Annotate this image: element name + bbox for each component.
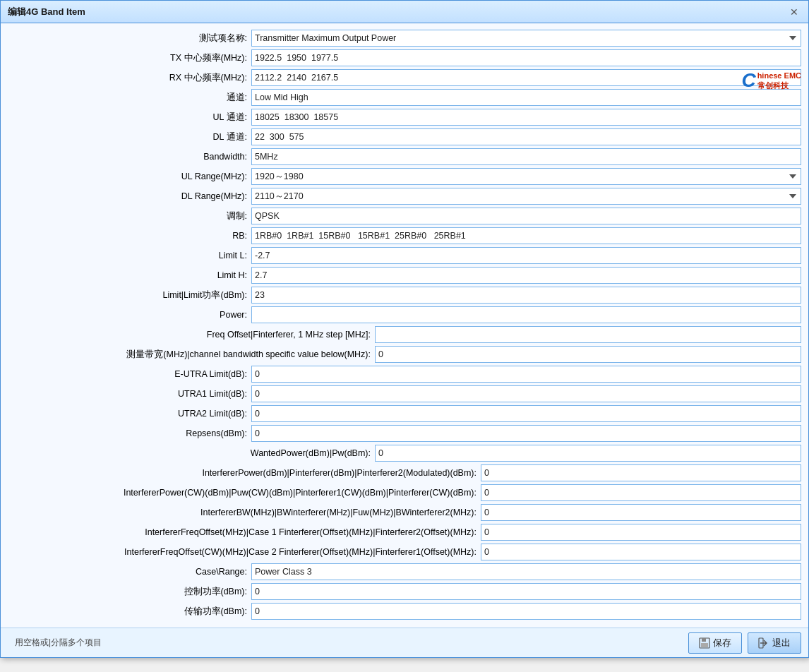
repsens-input[interactable] bbox=[251, 425, 801, 442]
dl-channel-label: DL 通道: bbox=[1, 131, 251, 143]
row-bandwidth: Bandwidth: bbox=[1, 148, 808, 166]
interferer-power-input[interactable] bbox=[481, 464, 801, 481]
transfer-power-input[interactable] bbox=[251, 603, 801, 620]
power-input[interactable] bbox=[251, 306, 801, 323]
interferer-power-field-cell bbox=[481, 464, 808, 481]
row-limit-power: Limit|Limit功率(dBm): bbox=[1, 286, 808, 304]
rx-freq-input[interactable] bbox=[251, 69, 801, 86]
row-repsens: Repsens(dBm): bbox=[1, 424, 808, 443]
interferer-freq-offset-cw-label: InterfererFreqOffset(CW)(MHz)|Case 2 Fin… bbox=[1, 547, 481, 557]
row-modulation: 调制: bbox=[1, 207, 808, 225]
utra2-limit-input[interactable] bbox=[251, 405, 801, 422]
transfer-power-field-cell bbox=[251, 603, 808, 620]
limit-h-field-cell bbox=[251, 267, 808, 284]
interferer-power-cw-input[interactable] bbox=[481, 484, 801, 501]
interferer-bw-input[interactable] bbox=[481, 504, 801, 521]
logo-c-letter: C bbox=[741, 69, 755, 92]
svg-rect-1 bbox=[702, 638, 706, 642]
row-interferer-power-cw: InterfererPower(CW)(dBm)|Puw(CW)(dBm)|Pi… bbox=[1, 484, 808, 502]
dl-channel-field-cell bbox=[251, 128, 808, 145]
row-limit-h: Limit H: bbox=[1, 266, 808, 284]
utra2-limit-field-cell bbox=[251, 405, 808, 422]
utra2-limit-label: UTRA2 Limit(dB): bbox=[1, 409, 251, 419]
limit-l-field-cell bbox=[251, 247, 808, 264]
form-area: 测试项名称: Transmitter Maximum Output Power … bbox=[1, 23, 808, 628]
exit-button[interactable]: 退出 bbox=[748, 632, 801, 654]
limit-l-label: Limit L: bbox=[1, 251, 251, 260]
modulation-field-cell bbox=[251, 208, 808, 224]
ul-channel-label: UL 通道: bbox=[1, 112, 251, 124]
test-name-select[interactable]: Transmitter Maximum Output Power bbox=[251, 30, 801, 47]
interferer-freq-offset-field-cell bbox=[481, 524, 808, 541]
interferer-bw-field-cell bbox=[481, 504, 808, 521]
limit-h-input[interactable] bbox=[251, 267, 801, 284]
row-interferer-power: InterfererPower(dBm)|Pinterferer(dBm)|Pi… bbox=[1, 464, 808, 482]
rb-label: RB: bbox=[1, 231, 251, 241]
control-power-input[interactable] bbox=[251, 583, 801, 600]
utra1-limit-label: UTRA1 Limit(dB): bbox=[1, 389, 251, 399]
case-range-label: Case\Range: bbox=[1, 567, 251, 577]
dl-range-field-cell: 2110～2170 bbox=[251, 188, 808, 205]
row-measurement-bw: 测量带宽(MHz)|channel bandwidth specific val… bbox=[1, 345, 808, 364]
save-label: 保存 bbox=[713, 637, 731, 649]
exit-label: 退出 bbox=[772, 637, 791, 649]
footer: 用空格或|分隔多个项目 保存 退出 bbox=[1, 628, 808, 657]
close-button[interactable]: ✕ bbox=[787, 5, 801, 19]
wanted-power-label: WantedPower(dBm)|Pw(dBm): bbox=[1, 448, 375, 458]
test-name-label: 测试项名称: bbox=[1, 32, 251, 44]
exit-icon bbox=[758, 637, 769, 649]
modulation-input[interactable] bbox=[251, 208, 801, 224]
channel-input[interactable] bbox=[251, 89, 801, 106]
row-transfer-power: 传输功率(dBm): bbox=[1, 602, 808, 620]
freq-offset-input[interactable] bbox=[375, 326, 801, 343]
measurement-bw-input[interactable] bbox=[375, 346, 801, 363]
row-case-range: Case\Range: bbox=[1, 563, 808, 581]
freq-offset-field-cell bbox=[375, 326, 808, 343]
logo-line1: hinese EMC bbox=[757, 71, 801, 80]
row-ul-range: UL Range(MHz): 1920～1980 bbox=[1, 167, 808, 186]
row-interferer-bw: InterfererBW(MHz)|BWinterferer(MHz)|Fuw(… bbox=[1, 503, 808, 522]
footer-hint: 用空格或|分隔多个项目 bbox=[15, 637, 102, 649]
modulation-label: 调制: bbox=[1, 210, 251, 222]
interferer-freq-offset-input[interactable] bbox=[481, 524, 801, 541]
row-freq-offset: Freq Offset|Finterferer, 1 MHz step [MHz… bbox=[1, 325, 808, 344]
ul-channel-field-cell bbox=[251, 109, 808, 126]
ul-channel-input[interactable] bbox=[251, 109, 801, 126]
case-range-input[interactable] bbox=[251, 563, 801, 580]
utra1-limit-input[interactable] bbox=[251, 385, 801, 402]
limit-power-input[interactable] bbox=[251, 287, 801, 304]
ul-range-label: UL Range(MHz): bbox=[1, 172, 251, 181]
control-power-label: 控制功率(dBm): bbox=[1, 586, 251, 598]
logo-line2: 常创科技 bbox=[757, 80, 801, 90]
limit-power-label: Limit|Limit功率(dBm): bbox=[1, 289, 251, 301]
eutra-limit-input[interactable] bbox=[251, 366, 801, 383]
interferer-freq-offset-label: InterfererFreqOffset(MHz)|Case 1 Finterf… bbox=[1, 527, 481, 537]
wanted-power-input[interactable] bbox=[375, 445, 801, 462]
measurement-bw-label: 测量带宽(MHz)|channel bandwidth specific val… bbox=[1, 349, 375, 361]
row-wanted-power: WantedPower(dBm)|Pw(dBm): bbox=[1, 444, 808, 462]
test-name-field-cell: Transmitter Maximum Output Power bbox=[251, 30, 808, 47]
dl-range-select[interactable]: 2110～2170 bbox=[251, 188, 801, 205]
interferer-power-cw-field-cell bbox=[481, 484, 808, 501]
ul-range-select[interactable]: 1920～1980 bbox=[251, 168, 801, 185]
measurement-bw-field-cell bbox=[375, 346, 808, 363]
transfer-power-label: 传输功率(dBm): bbox=[1, 606, 251, 618]
bandwidth-input[interactable] bbox=[251, 148, 801, 165]
tx-freq-input[interactable] bbox=[251, 49, 801, 66]
rb-field-cell bbox=[251, 227, 808, 244]
row-dl-range: DL Range(MHz): 2110～2170 bbox=[1, 187, 808, 205]
limit-l-input[interactable] bbox=[251, 247, 801, 264]
power-label: Power: bbox=[1, 310, 251, 320]
rx-freq-field-cell bbox=[251, 69, 808, 86]
repsens-field-cell bbox=[251, 425, 808, 442]
rb-input[interactable] bbox=[251, 227, 801, 244]
dl-channel-input[interactable] bbox=[251, 128, 801, 145]
interferer-bw-label: InterfererBW(MHz)|BWinterferer(MHz)|Fuw(… bbox=[1, 508, 481, 517]
logo-text: hinese EMC 常创科技 bbox=[757, 71, 801, 91]
utra1-limit-field-cell bbox=[251, 385, 808, 402]
limit-h-label: Limit H: bbox=[1, 270, 251, 280]
interferer-freq-offset-cw-input[interactable] bbox=[481, 544, 801, 560]
save-button[interactable]: 保存 bbox=[688, 632, 742, 654]
ul-range-select-wrapper: 1920～1980 bbox=[251, 168, 801, 185]
tx-freq-field-cell bbox=[251, 49, 808, 66]
